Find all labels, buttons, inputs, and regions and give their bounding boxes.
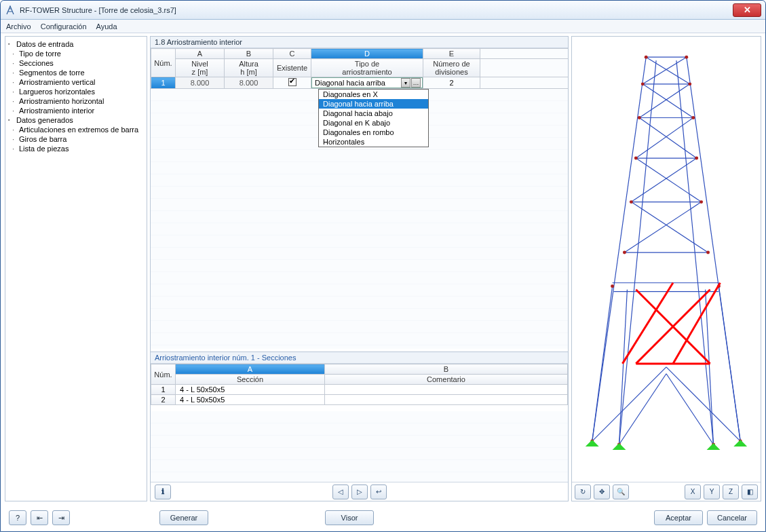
dropdown-option[interactable]: Horizontales [319,137,428,147]
dropdown-option[interactable]: Diagonal en K abajo [319,118,428,128]
svg-point-41 [706,251,710,254]
sections-toolbar: ℹ ◁ ▷ ↩ [151,482,568,501]
menu-bar: Archivo Configuración Ayuda [1,20,765,33]
col-d[interactable]: D [311,49,423,59]
col-a[interactable]: A [176,49,225,59]
tree-item[interactable]: Largueros horizontales [7,87,145,96]
cell-section[interactable]: 4 - L 50x50x5 [176,395,325,405]
cell-comment[interactable] [325,385,568,395]
sec-h-com: Comentario [325,375,568,385]
tree-item[interactable]: Secciones [7,58,145,68]
navigation-tree[interactable]: Datos de entrada Tipo de torre Secciones… [5,36,147,501]
dropdown-option[interactable]: Diagonal hacia arriba [319,99,428,109]
next-button[interactable]: ▷ [351,484,368,499]
menu-config[interactable]: Configuración [41,22,87,31]
cell-div[interactable]: 2 [423,77,480,89]
col-b[interactable]: B [225,49,273,59]
help-button[interactable]: ? [9,510,26,525]
close-button[interactable]: ✕ [733,3,761,17]
ok-button[interactable]: Aceptar [654,510,703,525]
tree-inputs-header[interactable]: Datos de entrada [7,39,145,49]
export-button[interactable]: ⇥ [52,510,70,525]
svg-point-39 [700,200,703,204]
cell-tipo[interactable]: Diagonal hacia arriba ▾ … [311,77,423,89]
generate-button[interactable]: Generar [159,510,208,525]
menu-help[interactable]: Ayuda [96,22,117,31]
checkbox-icon[interactable] [288,78,296,86]
main-grid[interactable]: Núm. A B C D E Nivelz [m] Alturah [m] Ex… [151,48,568,89]
prev-button[interactable]: ◁ [332,484,349,499]
sec-h-seccion: Sección [176,375,325,385]
move-button[interactable]: ✥ [594,484,610,499]
dropdown-toggle-icon[interactable]: ▾ [401,78,410,88]
zoom-button[interactable]: 🔍 [613,484,629,499]
svg-line-13 [643,57,687,84]
svg-line-17 [636,118,693,159]
dropdown-option[interactable]: Diagonales en X [319,90,428,99]
axis-y-button[interactable]: Y [704,484,720,499]
sec-col-a[interactable]: A [176,364,325,375]
cancel-button[interactable]: Cancelar [707,510,757,525]
cell-section[interactable]: 4 - L 50x50x5 [176,385,325,395]
sections-grid[interactable]: Núm. A B Sección Comentario 1 4 - L 50x5… [151,364,568,405]
axis-x-button[interactable]: X [685,484,701,499]
svg-point-37 [695,157,698,160]
main-grid-title: 1.8 Arriostramiento interior [151,37,568,48]
svg-line-24 [619,290,628,444]
tree-item[interactable]: Segmentos de torre [7,68,145,77]
axis-z-button[interactable]: Z [723,484,739,499]
sec-col-num: Núm. [151,364,176,385]
tree-item[interactable]: Arriostramiento horizontal [7,96,145,106]
tree-item[interactable]: Lista de piezas [7,144,145,153]
svg-marker-53 [586,440,599,446]
svg-line-20 [631,202,708,252]
cell-h[interactable]: 8.000 [225,77,273,89]
rotate-button[interactable]: ↻ [575,484,591,499]
sections-frame: Arriostramiento interior núm. 1 - Seccio… [151,352,568,501]
col-e[interactable]: E [423,49,480,59]
svg-point-31 [685,56,688,59]
table-row[interactable]: 2 4 - L 50x50x5 [151,395,568,405]
table-row[interactable]: 1 4 - L 50x50x5 [151,385,568,395]
info-button[interactable]: ℹ [155,484,171,499]
svg-point-30 [645,56,648,59]
dropdown-option[interactable]: Diagonal hacia abajo [319,109,428,118]
tree-item[interactable]: Giros de barra [7,134,145,144]
iso-button[interactable]: ◧ [742,484,758,499]
tree-item[interactable]: Arriostramiento vertical [7,77,145,87]
cell-comment[interactable] [325,395,568,405]
menu-file[interactable]: Archivo [6,22,31,31]
viewer-button[interactable]: Visor [325,510,374,525]
app-icon [5,5,16,16]
main-grid-frame: 1.8 Arriostramiento interior Núm. A B C … [150,36,569,501]
link-button[interactable]: ↩ [370,484,387,499]
svg-marker-56 [733,440,747,446]
svg-point-36 [634,157,638,160]
tree-item[interactable]: Tipo de torre [7,49,145,58]
svg-point-38 [630,200,633,204]
svg-line-12 [646,57,690,84]
svg-point-34 [638,116,641,119]
svg-line-18 [636,158,701,202]
svg-line-15 [639,84,689,118]
svg-point-40 [623,251,626,254]
svg-line-28 [619,374,667,444]
cell-existente[interactable] [273,77,311,89]
sec-col-b[interactable]: B [325,364,568,375]
dropdown-option[interactable]: Diagonales en rombo [319,128,428,137]
type-dropdown-list[interactable]: Diagonales en X Diagonal hacia arriba Di… [318,89,429,147]
svg-point-33 [688,82,691,86]
viewer-canvas[interactable] [572,37,761,482]
row-index[interactable]: 1 [151,77,176,89]
ellipsis-button[interactable]: … [411,78,421,88]
tree-item[interactable]: Arriostramiento interior [7,106,145,115]
tree-generated-header[interactable]: Datos generados [7,115,145,125]
import-button[interactable]: ⇤ [31,510,48,525]
tree-item[interactable]: Articulaciones en extremos de barra [7,125,145,134]
svg-line-21 [624,202,701,252]
table-row[interactable]: 1 8.000 8.000 Diagonal hacia arriba ▾ … [151,77,569,89]
cell-z[interactable]: 8.000 [176,77,225,89]
col-c[interactable]: C [273,49,311,59]
svg-line-14 [643,84,693,118]
col-num: Núm. [151,49,176,77]
